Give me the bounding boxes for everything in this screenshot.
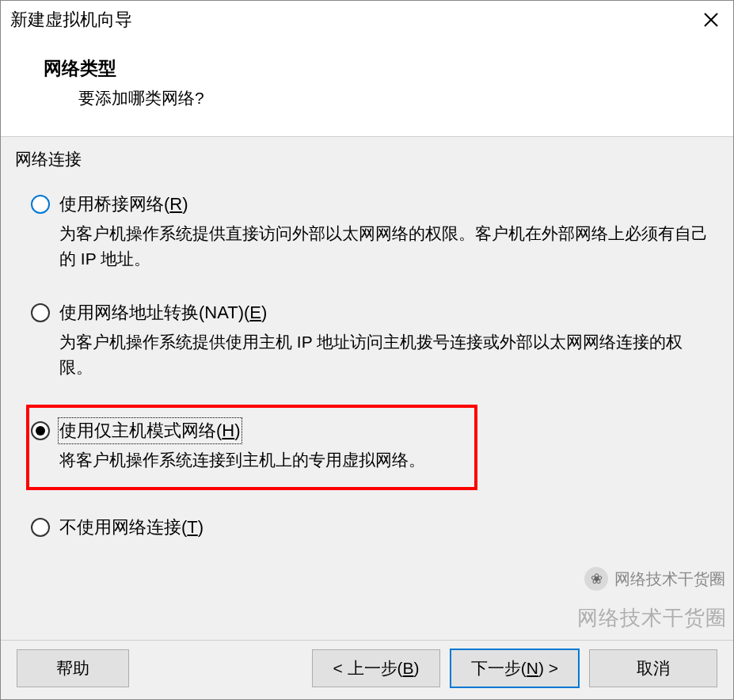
back-button[interactable]: < 上一步(B) — [312, 649, 440, 687]
group-label: 网络连接 — [15, 148, 721, 170]
radio-bridged[interactable] — [31, 195, 50, 214]
option-bridged-label: 使用桥接网络(R) — [59, 192, 188, 216]
radio-none[interactable] — [31, 518, 50, 537]
wizard-footer: 帮助 < 上一步(B) 下一步(N) > 取消 — [1, 640, 733, 699]
window-title: 新建虚拟机向导 — [10, 8, 132, 32]
option-hostonly[interactable]: 使用仅主机模式网络(H) 将客户机操作系统连接到主机上的专用虚拟网络。 — [26, 405, 477, 490]
option-nat-desc: 为客户机操作系统提供使用主机 IP 地址访问主机拨号连接或外部以太网网络连接的权… — [59, 329, 709, 379]
option-bridged[interactable]: 使用桥接网络(R) 为客户机操作系统提供直接访问外部以太网网络的权限。客户机在外… — [29, 188, 721, 279]
page-heading: 网络类型 — [44, 56, 717, 81]
watermark-tag: ❀ 网络技术干货圈 — [584, 567, 725, 591]
option-nat[interactable]: 使用网络地址转换(NAT)(E) 为客户机操作系统提供使用主机 IP 地址访问主… — [29, 296, 721, 387]
close-button[interactable] — [697, 6, 725, 34]
watermark-overlay: 网络技术干货圈 — [577, 604, 727, 632]
option-none-text: 不使用网络连接(T) — [59, 515, 716, 539]
option-hostonly-label: 使用仅主机模式网络(H) — [59, 419, 241, 443]
option-nat-label: 使用网络地址转换(NAT)(E) — [59, 301, 267, 325]
watermark-text: 网络技术干货圈 — [614, 569, 725, 590]
wechat-icon: ❀ — [584, 567, 608, 591]
option-none-label: 不使用网络连接(T) — [59, 515, 203, 539]
options-list: 使用桥接网络(R) 为客户机操作系统提供直接访问外部以太网网络的权限。客户机在外… — [13, 177, 721, 547]
option-none[interactable]: 不使用网络连接(T) — [29, 511, 721, 547]
option-hostonly-desc: 将客户机操作系统连接到主机上的专用虚拟网络。 — [59, 447, 470, 473]
network-connection-group: 网络连接 使用桥接网络(R) 为客户机操作系统提供直接访问外部以太网网络的权限。… — [1, 137, 733, 565]
radio-hostonly[interactable] — [31, 421, 50, 440]
help-button[interactable]: 帮助 — [17, 649, 129, 687]
close-icon — [703, 12, 719, 28]
option-bridged-text: 使用桥接网络(R) 为客户机操作系统提供直接访问外部以太网网络的权限。客户机在外… — [59, 192, 716, 271]
next-button[interactable]: 下一步(N) > — [450, 649, 580, 688]
radio-nat[interactable] — [31, 303, 50, 322]
wizard-header: 网络类型 要添加哪类网络? — [1, 42, 733, 137]
option-bridged-desc: 为客户机操作系统提供直接访问外部以太网网络的权限。客户机在外部网络上必须有自己的… — [59, 221, 709, 271]
option-hostonly-text: 使用仅主机模式网络(H) 将客户机操作系统连接到主机上的专用虚拟网络。 — [59, 419, 470, 473]
wizard-window: 新建虚拟机向导 网络类型 要添加哪类网络? 网络连接 使用桥接网络(R) 为客户… — [0, 0, 734, 700]
wizard-body: 网络连接 使用桥接网络(R) 为客户机操作系统提供直接访问外部以太网网络的权限。… — [1, 137, 733, 640]
page-subheading: 要添加哪类网络? — [44, 87, 717, 109]
titlebar: 新建虚拟机向导 — [1, 1, 733, 42]
option-nat-text: 使用网络地址转换(NAT)(E) 为客户机操作系统提供使用主机 IP 地址访问主… — [59, 301, 716, 379]
cancel-button[interactable]: 取消 — [589, 649, 717, 687]
